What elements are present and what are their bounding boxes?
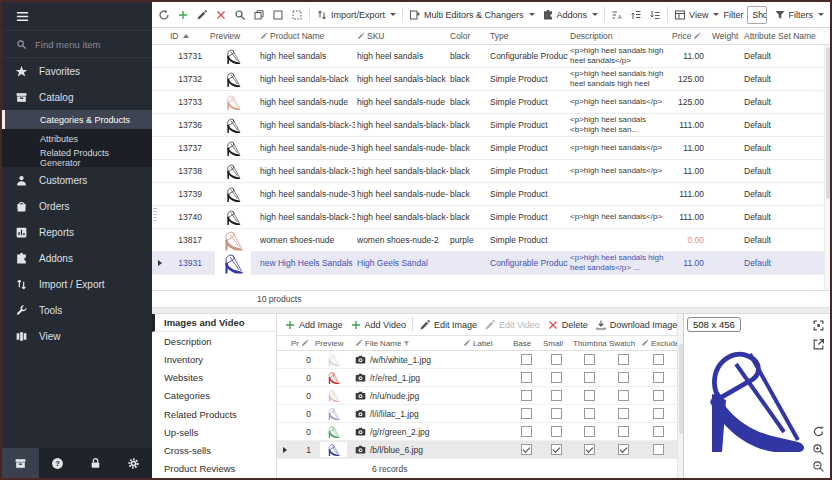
edit-video-button[interactable]: Edit Video <box>481 315 543 335</box>
image-row[interactable]: 0/g/r/green_2.jpg <box>277 423 677 441</box>
delete-image-button[interactable]: Delete <box>544 315 591 335</box>
tab-websites[interactable]: Websites <box>152 369 276 387</box>
thumbnail-checkbox[interactable] <box>584 426 595 437</box>
exclude-checkbox[interactable] <box>653 444 664 455</box>
menu-search-input[interactable] <box>35 39 135 50</box>
img-col-header-pr[interactable]: Pr <box>289 339 313 348</box>
zoom-out-icon[interactable] <box>812 460 825 473</box>
copy-button[interactable] <box>250 5 268 25</box>
grid-scrollbar[interactable] <box>824 45 830 290</box>
table-row[interactable]: 13738high heel sandals-black-37high heel… <box>152 160 830 183</box>
swatch-checkbox[interactable] <box>618 390 629 401</box>
delete-product-button[interactable] <box>212 5 230 25</box>
swatch-checkbox[interactable] <box>618 372 629 383</box>
table-row[interactable]: 13732high heel sandals-blackhigh heel sa… <box>152 68 830 91</box>
multi-editors-button[interactable]: Multi Editors & Changers <box>406 5 538 25</box>
col-header-preview[interactable]: Preview <box>208 31 258 41</box>
edit-product-button[interactable] <box>193 5 211 25</box>
table-row[interactable]: 13731high heel sandalshigh heel sandalsb… <box>152 45 830 68</box>
col-header-sku[interactable]: SKU <box>355 31 448 41</box>
base-checkbox[interactable] <box>521 372 532 383</box>
table-row[interactable]: 13817women shoes-nudewomen shoes-nude-2p… <box>152 229 830 252</box>
small-checkbox[interactable] <box>551 390 562 401</box>
add-product-button[interactable] <box>174 5 192 25</box>
col-header-type[interactable]: Type <box>488 31 568 41</box>
sidebar-item-orders[interactable]: Orders <box>2 193 152 219</box>
col-header-product-name[interactable]: Product Name <box>258 31 355 41</box>
swatch-checkbox[interactable] <box>618 354 629 365</box>
sidebar-item-addons[interactable]: Addons <box>2 245 152 271</box>
image-row[interactable]: 0/w/h/white_1.jpg <box>277 351 677 369</box>
sidebar-help-button[interactable] <box>51 457 64 470</box>
view-button[interactable]: View <box>671 5 722 25</box>
addons-button[interactable]: Addons <box>539 5 602 25</box>
thumbnail-checkbox[interactable] <box>584 444 595 455</box>
sidebar-gear-button[interactable] <box>127 457 140 470</box>
col-header-weight[interactable]: Weight <box>710 31 742 41</box>
base-checkbox[interactable] <box>521 390 532 401</box>
small-checkbox[interactable] <box>551 354 562 365</box>
sidebar-lock-button[interactable] <box>89 457 102 470</box>
sidebar-item-catalog[interactable]: Catalog <box>2 84 152 110</box>
image-row[interactable]: 0/n/u/nude.jpg <box>277 387 677 405</box>
open-external-icon[interactable] <box>812 338 825 351</box>
base-checkbox[interactable] <box>521 444 532 455</box>
img-col-header-thumbna[interactable]: Thumbna <box>571 339 607 348</box>
sidebar-item-tools[interactable]: Tools <box>2 297 152 323</box>
sort-button[interactable] <box>608 5 626 25</box>
expand-tree-button[interactable] <box>627 5 645 25</box>
col-header-attribute-set-name[interactable]: Attribute Set Name <box>742 31 830 41</box>
edit-image-button[interactable]: Edit Image <box>416 315 480 335</box>
sidebar-item-customers[interactable]: Customers <box>2 167 152 193</box>
thumbnail-checkbox[interactable] <box>584 390 595 401</box>
search-products-button[interactable] <box>231 5 249 25</box>
tab-inventory[interactable]: Inventory <box>152 350 276 368</box>
img-col-header-exclude[interactable]: Exclude <box>639 339 677 348</box>
col-header-id[interactable]: ID <box>168 31 208 41</box>
thumbnail-checkbox[interactable] <box>584 408 595 419</box>
tab-related-products[interactable]: Related Products <box>152 405 276 423</box>
exclude-checkbox[interactable] <box>653 372 664 383</box>
sidebar-item-reports[interactable]: Reports <box>2 219 152 245</box>
col-header-color[interactable]: Color <box>448 31 488 41</box>
base-checkbox[interactable] <box>521 426 532 437</box>
sidebar-item-related-products-generator[interactable]: Related Products Generator <box>2 148 152 167</box>
col-header-description[interactable]: Description <box>568 31 670 41</box>
menu-button[interactable] <box>2 2 152 30</box>
checkbox-mode-button[interactable] <box>269 5 287 25</box>
filters-button[interactable]: Filters <box>771 5 828 25</box>
small-checkbox[interactable] <box>551 408 562 419</box>
img-col-header-swatch[interactable]: Swatch <box>607 339 639 348</box>
image-row[interactable]: 0/r/e/red_1.jpg <box>277 369 677 387</box>
rotate-icon[interactable] <box>812 425 825 438</box>
exclude-checkbox[interactable] <box>653 426 664 437</box>
thumbnail-checkbox[interactable] <box>584 372 595 383</box>
add-video-button[interactable]: Add Video <box>347 315 409 335</box>
tab-up-sells[interactable]: Up-sells <box>152 423 276 441</box>
base-checkbox[interactable] <box>521 354 532 365</box>
base-checkbox[interactable] <box>521 408 532 419</box>
img-col-header-base[interactable]: Base <box>511 339 541 348</box>
horizontal-splitter[interactable] <box>152 307 830 314</box>
image-row[interactable]: 1/b/l/blue_6.jpg <box>277 441 677 459</box>
img-col-header-preview[interactable]: Preview <box>313 339 353 348</box>
thumbnail-checkbox[interactable] <box>584 354 595 365</box>
add-image-button[interactable]: Add Image <box>281 315 346 335</box>
table-row[interactable]: 13737high heel sandals-nude-36high heel … <box>152 137 830 160</box>
product-filter-select[interactable]: Show products from selected categories <box>747 6 766 24</box>
tab-description[interactable]: Description <box>152 332 276 350</box>
small-checkbox[interactable] <box>551 444 562 455</box>
sidebar-item-import-export[interactable]: Import / Export <box>2 271 152 297</box>
sidebar-item-attributes[interactable]: Attributes <box>2 129 152 148</box>
refresh-button[interactable] <box>155 5 173 25</box>
sidebar-search[interactable] <box>2 30 152 58</box>
table-row[interactable]: 13736high heel sandals-black-36high heel… <box>152 114 830 137</box>
col-header-price[interactable]: Price <box>670 31 710 41</box>
small-checkbox[interactable] <box>551 372 562 383</box>
exclude-checkbox[interactable] <box>653 390 664 401</box>
small-checkbox[interactable] <box>551 426 562 437</box>
select-special-button[interactable] <box>288 5 306 25</box>
swatch-checkbox[interactable] <box>618 444 629 455</box>
tab-product-reviews[interactable]: Product Reviews <box>152 460 276 478</box>
swatch-checkbox[interactable] <box>618 408 629 419</box>
